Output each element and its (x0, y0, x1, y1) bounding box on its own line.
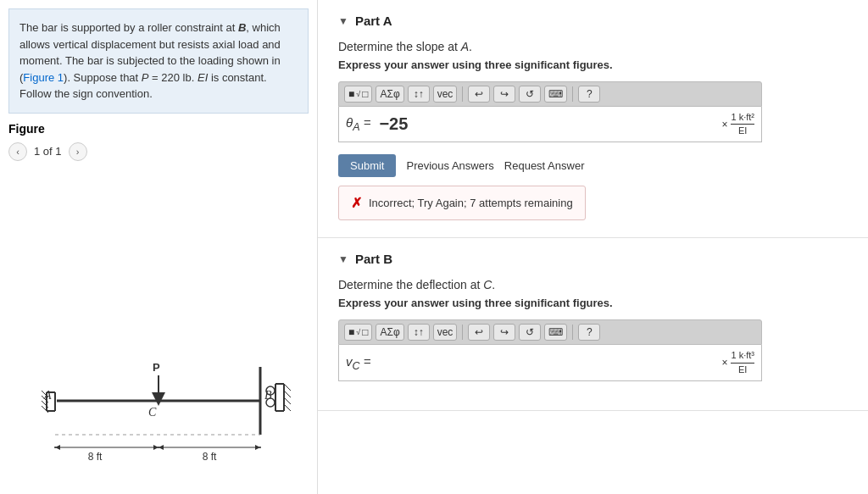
figure-page: 1 of 1 (34, 145, 62, 158)
part-a-title: Part A (355, 14, 392, 28)
part-a-math-toolbar: ■√□ ΑΣφ ↕↑ vec ↩ ↪ ↺ ⌨ ? (338, 81, 762, 107)
part-b-collapse-arrow[interactable]: ▼ (338, 253, 348, 265)
svg-text:8 ft: 8 ft (88, 451, 103, 463)
toolbar-a-matrix-btn[interactable]: ■√□ (344, 86, 372, 103)
toolbar-a-sep2 (572, 86, 573, 102)
svg-line-24 (284, 404, 291, 411)
part-a-feedback: ✗ Incorrect; Try Again; 7 attempts remai… (338, 186, 586, 220)
part-b-var-label: vC = (346, 354, 370, 372)
part-a-section: ▼ Part A Determine the slope at A. Expre… (318, 0, 868, 238)
beam-diagram-svg: A C P (23, 299, 294, 469)
toolbar-b-redo-btn[interactable]: ↪ (493, 324, 515, 341)
part-a-request-answer-link[interactable]: Request Answer (504, 159, 585, 172)
figure-link[interactable]: Figure 1 (23, 71, 64, 84)
problem-statement: The bar is supported by a roller constra… (8, 8, 309, 114)
point-B: B (238, 21, 246, 34)
part-b-section: ▼ Part B Determine the deflection at C. … (318, 238, 868, 410)
feedback-a-icon: ✗ (351, 195, 362, 211)
svg-text:P: P (153, 361, 160, 374)
toolbar-b-keyboard-btn[interactable]: ⌨ (544, 324, 567, 341)
toolbar-b-help-btn[interactable]: ? (578, 324, 600, 341)
toolbar-b-arrows-btn[interactable]: ↕↑ (408, 324, 430, 341)
part-b-instruction: Express your answer using three signific… (338, 297, 848, 309)
part-a-prev-answers-link[interactable]: Previous Answers (406, 159, 493, 172)
svg-line-21 (284, 384, 291, 391)
part-b-input-row: vC = × 1 k·ft³ EI (338, 345, 762, 380)
part-a-input-row: θA = × 1 k·ft² EI (338, 107, 762, 142)
part-b-unit: × 1 k·ft³ EI (721, 350, 754, 375)
svg-text:8 ft: 8 ft (203, 451, 217, 463)
part-b-math-toolbar: ■√□ ΑΣφ ↕↑ vec ↩ ↪ ↺ ⌨ ? (338, 319, 762, 345)
part-a-var-label: θA = (346, 115, 370, 133)
part-a-question: Determine the slope at A. (338, 40, 848, 53)
toolbar-b-vec-btn[interactable]: vec (433, 324, 458, 341)
svg-line-23 (284, 397, 291, 404)
part-b-title: Part B (355, 252, 392, 266)
toolbar-a-greek-btn[interactable]: ΑΣφ (376, 86, 403, 103)
part-a-collapse-arrow[interactable]: ▼ (338, 15, 348, 27)
part-a-submit-row: Submit Previous Answers Request Answer (338, 154, 848, 177)
toolbar-a-arrows-btn[interactable]: ↕↑ (408, 86, 430, 103)
toolbar-a-keyboard-btn[interactable]: ⌨ (544, 86, 567, 103)
part-b-answer-input[interactable] (379, 353, 713, 373)
prev-figure-btn[interactable]: ‹ (8, 142, 27, 161)
left-panel: The bar is supported by a roller constra… (0, 0, 318, 494)
feedback-a-text: Incorrect; Try Again; 7 attempts remaini… (369, 197, 573, 209)
part-a-submit-btn[interactable]: Submit (338, 154, 396, 177)
part-b-question: Determine the deflection at C. (338, 278, 848, 291)
toolbar-b-sep2 (572, 325, 573, 340)
part-a-point: A (461, 40, 469, 53)
toolbar-a-sep1 (462, 86, 463, 102)
ei-var: EI (198, 71, 208, 84)
figure-label: Figure (8, 122, 309, 136)
toolbar-a-help-btn[interactable]: ? (578, 86, 600, 103)
toolbar-b-greek-btn[interactable]: ΑΣφ (376, 324, 403, 341)
part-a-instruction: Express your answer using three signific… (338, 58, 848, 71)
toolbar-b-undo-btn[interactable]: ↩ (468, 324, 490, 341)
p-var: P (142, 71, 149, 84)
right-panel: ▼ Part A Determine the slope at A. Expre… (318, 0, 868, 494)
part-a-header: ▼ Part A (338, 14, 848, 28)
svg-line-22 (284, 391, 291, 397)
figure-area: Figure ‹ 1 of 1 › A (8, 122, 309, 486)
toolbar-a-refresh-btn[interactable]: ↺ (519, 86, 541, 103)
toolbar-b-matrix-btn[interactable]: ■√□ (344, 324, 372, 341)
part-a-answer-input[interactable] (379, 114, 713, 134)
toolbar-b-sep1 (462, 325, 463, 340)
figure-nav: ‹ 1 of 1 › (8, 142, 309, 161)
toolbar-b-refresh-btn[interactable]: ↺ (519, 324, 541, 341)
toolbar-a-redo-btn[interactable]: ↪ (493, 86, 515, 103)
toolbar-a-vec-btn[interactable]: vec (433, 86, 458, 103)
part-b-header: ▼ Part B (338, 252, 848, 266)
svg-text:C: C (148, 406, 157, 419)
part-a-unit: × 1 k·ft² EI (721, 112, 754, 136)
next-figure-btn[interactable]: › (69, 142, 87, 161)
figure-diagram: A C P (8, 169, 309, 486)
toolbar-a-undo-btn[interactable]: ↩ (468, 86, 490, 103)
part-b-point: C (483, 278, 492, 291)
